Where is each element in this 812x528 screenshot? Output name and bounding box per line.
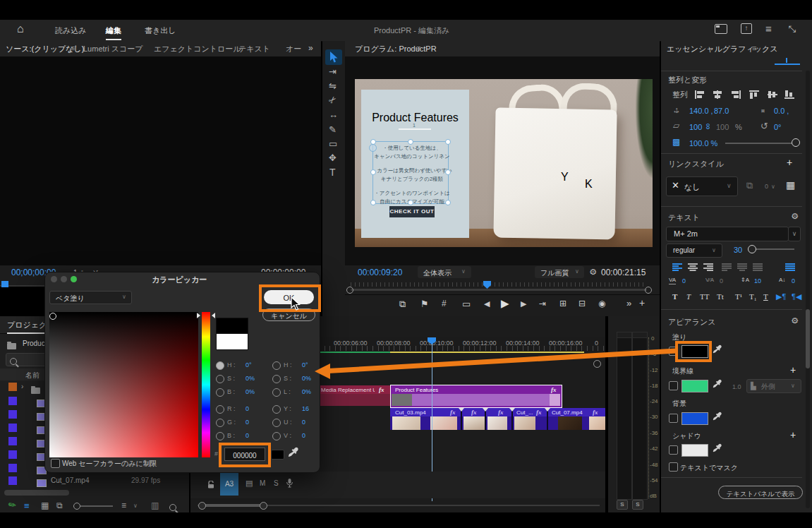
dialog-traffic-min[interactable] [61, 276, 67, 282]
insert-icon[interactable]: ⊞ [559, 299, 566, 308]
icon-view-icon[interactable]: ▦ [41, 500, 49, 510]
eg-scrollbar-thumb[interactable] [806, 309, 810, 368]
grid-icon[interactable]: # [442, 299, 447, 308]
sort-chevron-icon[interactable]: ∨ [133, 503, 138, 509]
workspace-icon[interactable] [715, 24, 727, 34]
label-swatch[interactable] [8, 464, 17, 472]
background-eyedropper-icon[interactable] [713, 412, 722, 424]
faux-bold-button[interactable]: T [672, 292, 677, 301]
hsb-b-value[interactable]: 0% [246, 388, 255, 395]
shadow-checkbox[interactable] [669, 445, 678, 455]
background-color-swatch[interactable] [681, 412, 708, 425]
selection-handle[interactable] [445, 169, 451, 175]
safe-margins-icon[interactable]: ▭ [462, 299, 471, 309]
automate-icon[interactable]: ▥ [151, 500, 159, 510]
share-icon[interactable]: ↑ [741, 23, 752, 34]
program-panel-menu-icon[interactable]: ≡ [416, 44, 420, 52]
shadow-color-swatch[interactable] [681, 444, 708, 457]
step-back-icon[interactable]: ◀ [484, 299, 490, 308]
play-icon[interactable]: ▶ [501, 297, 509, 310]
tab-lumetri[interactable]: Lumetri スコープ [83, 44, 143, 54]
appearance-wrench-icon[interactable]: ⚙ [790, 317, 800, 325]
yuv-v-radio[interactable] [272, 432, 281, 440]
tab-effect-controls[interactable]: エフェクトコントロール [154, 44, 241, 54]
show-text-panel-button[interactable]: テキストパネルで表示 [718, 486, 803, 499]
program-settings-wrench-icon[interactable]: ⚙ [588, 268, 598, 276]
sort-icon[interactable]: ≡ [121, 500, 126, 510]
align-left-icon[interactable] [695, 89, 705, 102]
push-style-icon[interactable]: ⧉ [746, 180, 753, 191]
label-swatch[interactable] [8, 410, 17, 419]
dialog-traffic-close[interactable] [51, 276, 57, 282]
label-swatch[interactable] [8, 424, 17, 432]
style-grid-icon[interactable]: ▦ [786, 179, 795, 191]
selection-handle[interactable] [445, 139, 451, 145]
track-lock-icon[interactable] [207, 479, 214, 491]
hsb-s-value[interactable]: 0% [246, 375, 255, 382]
align-right-icon[interactable] [731, 89, 741, 102]
all-caps-button[interactable]: TT [700, 292, 709, 301]
track-solo-button[interactable]: S [274, 479, 279, 487]
label-swatch[interactable] [8, 397, 17, 405]
rgb-g-value[interactable]: 0 [246, 419, 249, 426]
play-in-out-icon[interactable]: ⇥ [539, 299, 546, 308]
link-scale-icon[interactable]: ∞ [703, 124, 713, 130]
transport-more-icon[interactable]: » [626, 298, 631, 308]
program-scrub-handle-left[interactable] [346, 287, 353, 294]
anchor-handle-icon[interactable] [369, 144, 377, 152]
freeform-view-icon[interactable]: ⧉ [56, 500, 63, 510]
color-field-cursor[interactable] [49, 313, 56, 320]
tab-text[interactable]: テキスト [238, 44, 270, 54]
stroke-add-icon[interactable]: + [790, 364, 796, 376]
rgb-r-radio[interactable] [216, 405, 224, 414]
fx-badge[interactable]: fx [498, 409, 504, 416]
tracking-value[interactable]: 0 [682, 277, 686, 284]
opacity-value[interactable]: 100.0 % [689, 139, 717, 148]
rgb-b-value[interactable]: 0 [246, 432, 249, 439]
font-family-chevron[interactable]: ∨ [788, 227, 801, 241]
selection-handle[interactable] [370, 200, 376, 205]
position-y-value[interactable]: 87.0 [714, 107, 729, 115]
underline-button[interactable]: T [763, 292, 768, 301]
anchor-x-value[interactable]: 0.0 , [774, 107, 789, 115]
background-checkbox[interactable] [669, 414, 678, 423]
stroke-position-select[interactable]: ▙外側∨ [746, 379, 801, 393]
bin-expand-chevron[interactable]: › [21, 383, 23, 390]
label-swatch[interactable] [8, 450, 17, 459]
rgb-g-radio[interactable] [216, 419, 224, 427]
yuv-y-radio[interactable] [272, 405, 281, 414]
compare-view-icon[interactable]: ⧉ [399, 299, 406, 310]
transport-add-icon[interactable]: + [639, 297, 645, 308]
tab-export[interactable]: 書き出し [145, 25, 176, 36]
tab-more-chevrons[interactable]: » [308, 43, 313, 53]
solo-button-left[interactable]: S [617, 500, 628, 510]
program-scrub-track[interactable] [351, 289, 647, 291]
justify-last-left-icon[interactable] [722, 261, 732, 274]
rtl-paragraph-icon[interactable]: ¶◀ [792, 292, 801, 301]
fill-eyedropper-icon[interactable] [713, 344, 722, 357]
fx-badge[interactable]: fx [593, 409, 598, 416]
scale-value[interactable]: 100 [689, 123, 702, 131]
hsl-h-value[interactable]: 0° [302, 361, 308, 368]
hue-marker-left[interactable] [197, 313, 200, 318]
type-tool[interactable]: T [329, 167, 336, 178]
text-wrench-icon[interactable]: ⚙ [790, 212, 800, 220]
stroke-color-swatch[interactable] [681, 380, 708, 392]
faux-italic-button[interactable]: T [686, 292, 691, 301]
font-weight-select[interactable]: regular∨ [666, 244, 722, 258]
dialog-traffic-zoom[interactable] [71, 276, 77, 282]
superscript-button[interactable]: T¹ [735, 292, 742, 301]
websafe-checkbox[interactable] [51, 459, 60, 468]
tab-essential-graphics[interactable]: エッセンシャルグラフィックス [667, 44, 778, 54]
shadow-eyedropper-icon[interactable] [713, 443, 722, 456]
ltr-paragraph-icon[interactable]: ▶¶ [776, 292, 786, 301]
timeline-vscroll-handle[interactable] [593, 360, 601, 368]
yuv-y-value[interactable]: 16 [302, 405, 309, 412]
program-quality-select[interactable]: フル画質∨ [535, 266, 584, 278]
yuv-u-radio[interactable] [272, 419, 281, 427]
rectangle-tool[interactable]: ▭ [329, 138, 337, 149]
fullscreen-icon[interactable]: ⤢ [787, 25, 798, 32]
selection-handle[interactable] [408, 200, 413, 205]
align-center-v-icon[interactable] [768, 89, 777, 102]
tab-program[interactable]: プログラム: ProductPR [355, 44, 437, 54]
